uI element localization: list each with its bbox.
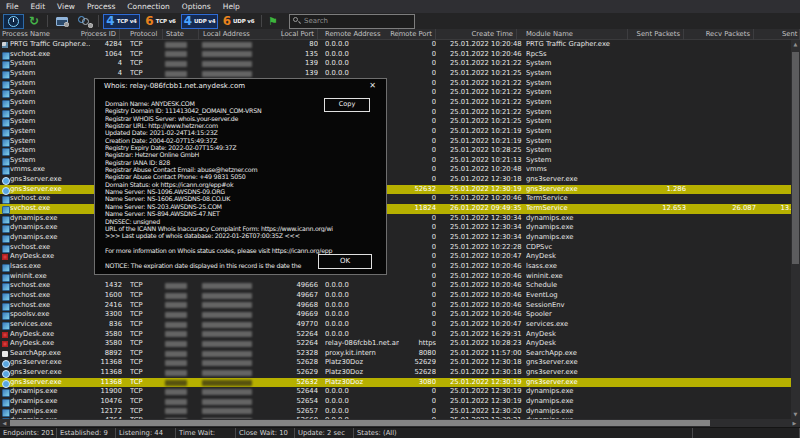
- table-row[interactable]: spoolsv.exe3300TCP496690.0.0.0025.01.202…: [0, 310, 800, 320]
- cell-lport: 52644: [272, 387, 318, 397]
- process-icon: [2, 42, 8, 48]
- cell-pid: 4: [60, 59, 122, 69]
- whois-line: [105, 240, 377, 247]
- column-header-create-time[interactable]: Create Time: [441, 29, 517, 40]
- menu-item-view[interactable]: View: [51, 0, 81, 13]
- table-row[interactable]: PRTG Traffic Grapher.e...4284TCP800.0.0.…: [0, 40, 800, 50]
- cell-pid: 11368: [60, 368, 122, 378]
- cell-sent: [616, 127, 686, 137]
- menu-item-help[interactable]: Help: [217, 0, 246, 13]
- display-time-button[interactable]: [3, 14, 24, 29]
- whois-line: DNSSEC: unsigned: [105, 218, 377, 225]
- local-address-redacted-blur: [202, 312, 252, 318]
- report-button[interactable]: [51, 14, 73, 29]
- column-header-local-address[interactable]: Local Address: [203, 29, 283, 40]
- connection-options-button[interactable]: [73, 14, 95, 29]
- horizontal-scrollbar-thumb[interactable]: [10, 420, 710, 426]
- cell-module: System: [526, 108, 628, 118]
- refresh-button[interactable]: ↻: [24, 14, 44, 29]
- menu-item-edit[interactable]: Edit: [25, 0, 52, 13]
- menu-item-process[interactable]: Process: [81, 0, 121, 13]
- cell-module: gns3server.exe: [526, 368, 628, 378]
- whois-line: Domain Status: ok https://icann.org/epp#…: [105, 181, 377, 188]
- flag-button[interactable]: ⚑: [265, 14, 281, 29]
- column-header-process-id[interactable]: Process ID: [60, 29, 120, 40]
- process-icon: [2, 351, 8, 357]
- column-header-recv-packets[interactable]: Recv Packets: [688, 29, 754, 40]
- cell-sent: [616, 291, 686, 301]
- cell-ctime: 25.01.2022 10:20:48: [450, 40, 528, 50]
- cell-sent: [616, 330, 686, 340]
- cell-proto: TCP: [130, 281, 162, 291]
- table-row[interactable]: svchost.exe1432TCP496660.0.0.0025.01.202…: [0, 281, 800, 291]
- table-row[interactable]: SearchApp.exe8892TCP52328proxy.kit.inter…: [0, 349, 800, 359]
- table-row[interactable]: gns3server.exe11368TCP52628Platz30Doz526…: [0, 358, 800, 368]
- close-icon[interactable]: ✕: [369, 81, 376, 90]
- table-row[interactable]: AnyDesk.exe3580TCP522640.0.0.0025.01.202…: [0, 330, 800, 340]
- column-header-state[interactable]: State: [166, 29, 199, 40]
- table-row[interactable]: dynamips.exe11900TCP526440.0.0.0025.01.2…: [0, 387, 800, 397]
- table-row[interactable]: svchost.exe1600TCP496670.0.0.0025.01.202…: [0, 291, 800, 301]
- search-input[interactable]: [304, 17, 414, 25]
- table-row[interactable]: AnyDesk.exe3580TCP52264relay-086fcbb1.ne…: [0, 339, 800, 349]
- whois-dialog-title: Whois: relay-086fcbb1.net.anydesk.com: [104, 82, 245, 90]
- column-header-sent-byt[interactable]: Sent Byt: [782, 29, 800, 40]
- cell-ctime: 25.01.2022 12:30:19: [450, 387, 528, 397]
- cell-sent: [616, 214, 686, 224]
- cell-proto: TCP: [130, 387, 162, 397]
- cell-module: System: [526, 59, 628, 69]
- filter-udp-v6-button[interactable]: 6 UDP v6: [220, 14, 257, 29]
- cell-recv: [690, 50, 756, 60]
- cell-rport: 0: [366, 301, 436, 311]
- cell-sent: [616, 252, 686, 262]
- table-row[interactable]: gns3server.exe11368TCP52632Platz30Doz308…: [0, 378, 800, 388]
- state-redacted-blur: [165, 341, 187, 347]
- column-header-module-name[interactable]: Module Name: [526, 29, 628, 40]
- cell-ctime: 25.01.2022 10:20:46: [450, 272, 528, 282]
- column-header-protocol[interactable]: Protocol: [130, 29, 163, 40]
- column-header-local-port[interactable]: Local Port: [272, 29, 318, 40]
- cell-ctime: 25.01.2022 10:20:46: [450, 194, 528, 204]
- cell-recv: [690, 320, 756, 330]
- cell-recv: [690, 88, 756, 98]
- table-row[interactable]: svchost.exe1064TCP1350.0.0.0025.01.2022 …: [0, 50, 800, 60]
- state-redacted-blur: [165, 42, 187, 48]
- filter-tcp-v6-button[interactable]: 6 TCP v6: [142, 14, 179, 29]
- cell-ctime: 25.01.2022 10:21:22: [450, 98, 528, 108]
- scroll-right-arrow-icon[interactable]: ▶: [790, 419, 799, 427]
- cell-module: services.exe: [526, 320, 628, 330]
- column-header-remote-port[interactable]: Remote Port: [366, 29, 436, 40]
- local-address-redacted-blur: [202, 61, 252, 67]
- local-address-redacted-blur: [202, 293, 252, 299]
- cell-ctime: 25.01.2022 10:21:25: [450, 117, 528, 127]
- horizontal-scrollbar[interactable]: ◀ ▶: [0, 419, 800, 427]
- scroll-left-arrow-icon[interactable]: ◀: [0, 419, 9, 427]
- ok-button[interactable]: OK: [318, 254, 372, 269]
- table-row[interactable]: dynamips.exe10476TCP526540.0.0.0025.01.2…: [0, 397, 800, 407]
- menu-item-file[interactable]: File: [0, 0, 25, 13]
- table-row[interactable]: dynamips.exe12172TCP526570.0.0.0025.01.2…: [0, 407, 800, 417]
- vertical-scrollbar[interactable]: ▲ ▼: [791, 40, 800, 419]
- local-address-redacted-blur: [202, 360, 252, 366]
- table-row[interactable]: svchost.exe2416TCP496680.0.0.0025.01.202…: [0, 301, 800, 311]
- scroll-down-arrow-icon[interactable]: ▼: [791, 410, 800, 419]
- state-redacted-blur: [165, 408, 187, 414]
- vertical-scrollbar-thumb[interactable]: [792, 52, 799, 264]
- filter-udp-v4-button[interactable]: 4 UDP v4: [181, 14, 218, 29]
- toolbar-separator: [261, 15, 262, 27]
- cell-ctime: 25.01.2022 12:30:19: [450, 397, 528, 407]
- column-header-sent-packets[interactable]: Sent Packets: [614, 29, 684, 40]
- table-row[interactable]: System4TCP1390.0.0.0025.01.2022 10:21:22…: [0, 59, 800, 69]
- scroll-up-arrow-icon[interactable]: ▲: [791, 40, 800, 49]
- cell-sent: [616, 98, 686, 108]
- table-row[interactable]: services.exe836TCP497700.0.0.0025.01.202…: [0, 320, 800, 330]
- connections-gear-icon: [78, 16, 91, 26]
- cell-rport: 0: [366, 310, 436, 320]
- search-box[interactable]: [289, 14, 415, 29]
- cell-proto: TCP: [130, 301, 162, 311]
- table-row[interactable]: gns3server.exe11368TCP52629Platz30Doz526…: [0, 368, 800, 378]
- menu-item-options[interactable]: Options: [176, 0, 217, 13]
- filter-tcp-v4-button[interactable]: 4 TCP v4: [103, 14, 140, 29]
- cell-recv: [690, 108, 756, 118]
- menu-item-connection[interactable]: Connection: [121, 0, 175, 13]
